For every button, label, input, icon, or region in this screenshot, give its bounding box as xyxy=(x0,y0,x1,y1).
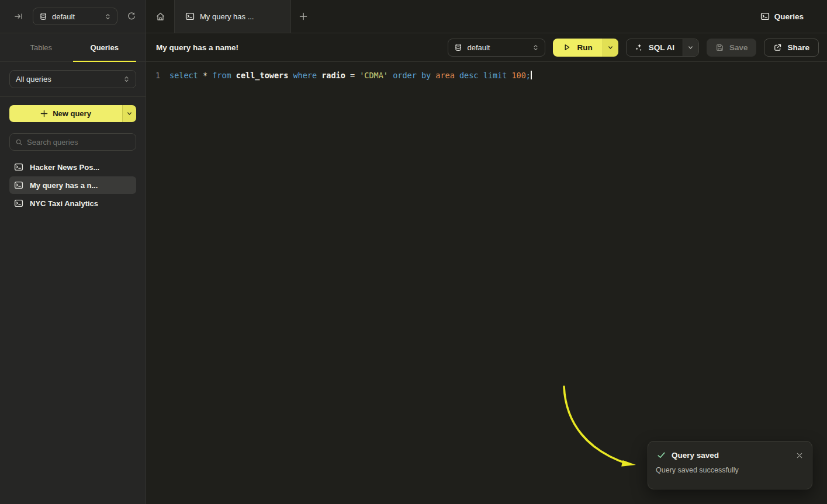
sparkles-icon xyxy=(635,43,643,52)
chevron-down-icon xyxy=(126,110,133,117)
code-token: order xyxy=(393,71,417,80)
code-token: by xyxy=(421,71,431,80)
code-token: radio xyxy=(321,71,345,80)
saved-query-item[interactable]: NYC Taxi Analytics xyxy=(9,194,136,212)
save-button[interactable]: Save xyxy=(707,39,757,57)
saved-query-item[interactable]: My query has a n... xyxy=(9,176,136,194)
chevrons-updown-icon xyxy=(123,76,130,82)
code-token: area xyxy=(435,71,455,80)
code-token xyxy=(417,71,421,80)
search-icon xyxy=(16,138,22,146)
run-label: Run xyxy=(577,43,592,52)
top-bar-left: default xyxy=(0,0,146,33)
tab-label: My query has ... xyxy=(200,12,254,21)
sidebar-collapse-button[interactable] xyxy=(12,9,26,23)
sql-console-app: default My query has ... Queries xyxy=(0,0,827,504)
check-icon xyxy=(657,451,666,460)
code-token xyxy=(479,71,483,80)
code-token: 100 xyxy=(511,71,525,80)
database-icon xyxy=(39,12,47,20)
sql-ai-options-button[interactable] xyxy=(683,39,698,56)
top-bar: default My query has ... Queries xyxy=(0,0,827,33)
refresh-icon xyxy=(127,12,136,21)
toolbar-database-selector[interactable]: default xyxy=(448,39,545,57)
saved-query-list: Hacker News Pos...My query has a n...NYC… xyxy=(9,158,136,212)
code-token: 'CDMA' xyxy=(359,71,388,80)
play-icon xyxy=(563,43,571,51)
chevron-down-icon xyxy=(687,44,694,51)
code-token: desc xyxy=(459,71,479,80)
share-label: Share xyxy=(787,43,809,52)
line-number: 1 xyxy=(146,69,169,81)
sidebar: Tables Queries All queries New query xyxy=(0,33,146,504)
code-token: cell_towers xyxy=(236,71,288,80)
search-queries-box xyxy=(9,133,136,151)
query-terminal-icon xyxy=(14,180,23,190)
database-icon xyxy=(454,43,462,51)
topbar-database-selector[interactable]: default xyxy=(33,8,117,25)
code-token: from xyxy=(212,71,231,80)
queries-filter-select[interactable]: All queries xyxy=(9,70,136,88)
saved-query-label: NYC Taxi Analytics xyxy=(30,199,98,208)
query-header: My query has a name! default Run xyxy=(146,33,827,62)
database-selector-value: default xyxy=(52,12,75,21)
saved-query-label: Hacker News Pos... xyxy=(30,163,99,172)
home-button[interactable] xyxy=(146,0,174,33)
queries-terminal-icon xyxy=(760,12,770,21)
queries-filter-block: All queries xyxy=(0,62,146,97)
toast-close-button[interactable] xyxy=(795,451,804,460)
chevrons-updown-icon xyxy=(532,44,539,51)
toolbar-database-value: default xyxy=(467,43,490,52)
new-query-button[interactable]: New query xyxy=(9,105,122,122)
new-query-dropdown-button[interactable] xyxy=(122,105,136,122)
code-token: limit xyxy=(483,71,507,80)
queries-panel: New query Hacker News Pos...My query has… xyxy=(0,97,146,221)
query-terminal-icon xyxy=(185,12,195,21)
run-button[interactable]: Run xyxy=(553,39,602,57)
new-tab-button[interactable] xyxy=(291,0,316,33)
plus-icon xyxy=(40,110,48,117)
main-area: My query has a name! default Run xyxy=(146,33,827,504)
refresh-button[interactable] xyxy=(124,9,139,23)
tab-my-query[interactable]: My query has ... xyxy=(174,0,291,33)
code-token: ; xyxy=(526,71,531,80)
new-query-split-button: New query xyxy=(9,105,136,122)
new-query-label: New query xyxy=(53,109,91,118)
chevron-down-icon xyxy=(607,44,614,51)
query-title: My query has a name! xyxy=(156,43,238,52)
saved-query-item[interactable]: Hacker News Pos... xyxy=(9,158,136,176)
save-icon xyxy=(715,43,724,52)
toast-query-saved: Query saved Query saved successfully xyxy=(648,441,812,489)
home-icon xyxy=(155,12,165,22)
search-queries-input[interactable] xyxy=(27,138,130,147)
sql-ai-split-button: SQL AI xyxy=(626,39,699,57)
sidebar-tabs: Tables Queries xyxy=(0,33,146,62)
sql-editor[interactable]: 1 select * from cell_towers where radio … xyxy=(146,62,827,81)
query-toolbar: default Run xyxy=(448,39,819,57)
close-icon xyxy=(797,453,802,458)
tab-strip: My query has ... xyxy=(146,0,316,33)
top-bar-right: Queries xyxy=(760,0,827,33)
run-split-button: Run xyxy=(553,39,618,57)
code-token: = xyxy=(345,71,359,80)
code-token: select xyxy=(169,71,198,80)
queries-filter-value: All queries xyxy=(16,75,51,84)
text-cursor xyxy=(531,71,532,79)
sql-ai-button[interactable]: SQL AI xyxy=(627,39,683,56)
save-label: Save xyxy=(729,43,748,52)
code-token xyxy=(455,71,459,80)
collapse-sidebar-icon xyxy=(14,12,23,21)
sidebar-tab-queries[interactable]: Queries xyxy=(73,33,137,61)
code-token: where xyxy=(293,71,317,80)
plus-icon xyxy=(299,12,307,20)
sql-ai-label: SQL AI xyxy=(649,43,674,52)
code-token xyxy=(231,71,236,80)
query-terminal-icon xyxy=(14,162,23,172)
share-button[interactable]: Share xyxy=(764,39,819,57)
run-options-button[interactable] xyxy=(603,39,618,57)
sidebar-tab-tables[interactable]: Tables xyxy=(9,33,73,61)
sql-code-line[interactable]: select * from cell_towers where radio = … xyxy=(169,69,532,81)
share-icon xyxy=(773,43,782,52)
queries-label: Queries xyxy=(774,12,804,21)
code-token xyxy=(198,71,203,80)
